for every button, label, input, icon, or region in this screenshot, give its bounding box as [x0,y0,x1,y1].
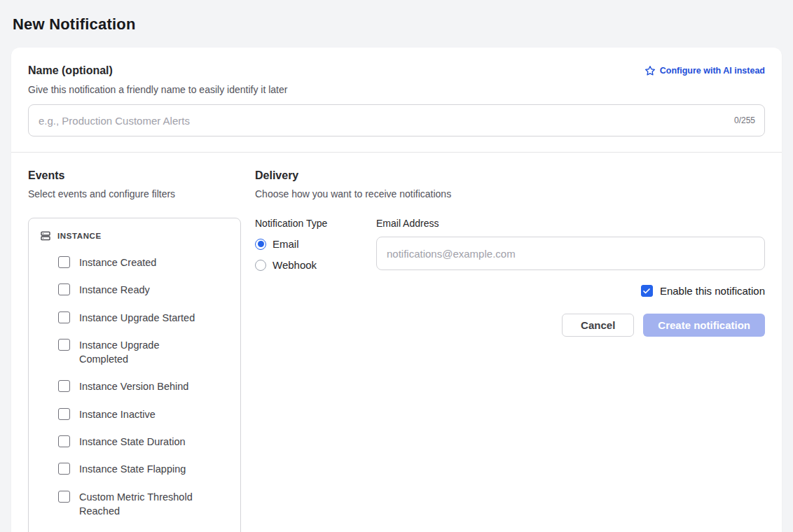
radio-option-webhook[interactable]: Webhook [255,259,376,271]
server-icon [40,230,51,241]
checkbox-instance-state-flapping[interactable] [58,463,70,475]
event-item-instance-ready[interactable]: Instance Ready [58,283,233,297]
checkbox-instance-created[interactable] [58,256,70,268]
name-subtitle: Give this notification a friendly name t… [28,84,765,95]
section-divider [11,152,782,153]
notification-type-label: Notification Type [255,218,376,229]
email-input-wrap [376,237,765,270]
group-label-instance: INSTANCE [57,232,102,240]
checkbox-instance-state-duration[interactable] [58,435,70,447]
configure-with-ai-link[interactable]: Configure with AI instead [644,65,765,76]
radio-option-email[interactable]: Email [255,238,376,250]
group-header-release[interactable]: RELEASE [40,529,233,532]
email-address-label: Email Address [376,218,765,229]
event-label: Custom Metric Threshold Reached [79,490,200,519]
radio-email-label: Email [273,238,299,250]
name-heading: Name (optional) [28,64,113,77]
page-title: New Notification [13,15,782,34]
checkbox-instance-version-behind[interactable] [58,380,70,392]
enable-notification-checkbox[interactable] [641,285,653,297]
delivery-subtitle: Choose how you want to receive notificat… [255,188,765,200]
email-address-group: Email Address [376,218,765,271]
event-label: Instance Inactive [79,407,156,421]
name-input-wrap: 0/255 [28,104,765,136]
cancel-button[interactable]: Cancel [562,314,634,337]
event-item-instance-version-behind[interactable]: Instance Version Behind [58,379,233,393]
name-section-header: Name (optional) Configure with AI instea… [28,64,765,77]
group-header-instance[interactable]: INSTANCE [40,225,233,246]
enable-notification-row[interactable]: Enable this notification [255,284,765,297]
checkbox-custom-metric-threshold[interactable] [58,491,70,503]
delivery-column: Delivery Choose how you want to receive … [255,169,765,532]
event-label: Instance Ready [79,283,150,297]
instance-event-list: Instance Created Instance Ready Instance… [58,255,233,518]
event-item-instance-upgrade-completed[interactable]: Instance Upgrade Completed [58,338,233,367]
enable-notification-label: Enable this notification [660,285,765,297]
action-buttons: Cancel Create notification [255,314,765,337]
radio-webhook-label: Webhook [273,259,317,271]
event-label: Instance Upgrade Completed [79,338,200,367]
event-item-instance-upgrade-started[interactable]: Instance Upgrade Started [58,311,233,325]
create-notification-button[interactable]: Create notification [643,314,765,337]
event-item-instance-state-duration[interactable]: Instance State Duration [58,435,233,449]
new-notification-card: Name (optional) Configure with AI instea… [11,48,782,532]
content-columns: Events Select events and configure filte… [28,169,765,532]
configure-with-ai-label: Configure with AI instead [660,66,765,76]
checkbox-instance-ready[interactable] [58,284,70,295]
notification-type-group: Notification Type Email Webhook [255,218,376,271]
char-counter: 0/255 [734,115,755,125]
event-label: Instance Version Behind [79,379,188,393]
page: New Notification Name (optional) Configu… [0,0,793,532]
email-input[interactable] [376,237,765,270]
event-item-instance-inactive[interactable]: Instance Inactive [58,407,233,421]
events-heading: Events [28,169,255,182]
name-input[interactable] [28,104,765,136]
delivery-heading: Delivery [255,169,765,182]
event-label: Instance State Flapping [79,462,186,476]
radio-email[interactable] [255,239,266,250]
event-label: Instance Created [79,255,156,270]
event-label: Instance Upgrade Started [79,311,195,325]
checkbox-instance-inactive[interactable] [58,408,70,420]
event-label: Instance State Duration [79,435,186,449]
events-column: Events Select events and configure filte… [28,169,255,532]
event-item-instance-state-flapping[interactable]: Instance State Flapping [58,462,233,476]
radio-webhook[interactable] [255,260,266,271]
events-panel: INSTANCE Instance Created Instance Ready [28,218,241,532]
event-item-instance-created[interactable]: Instance Created [58,255,233,270]
delivery-settings-row: Notification Type Email Webhook Email Ad… [255,218,765,271]
star-icon [644,65,656,76]
event-item-custom-metric-threshold[interactable]: Custom Metric Threshold Reached [58,490,233,519]
checkbox-instance-upgrade-started[interactable] [58,312,70,323]
checkbox-instance-upgrade-completed[interactable] [58,339,70,351]
events-subtitle: Select events and configure filters [28,188,255,200]
